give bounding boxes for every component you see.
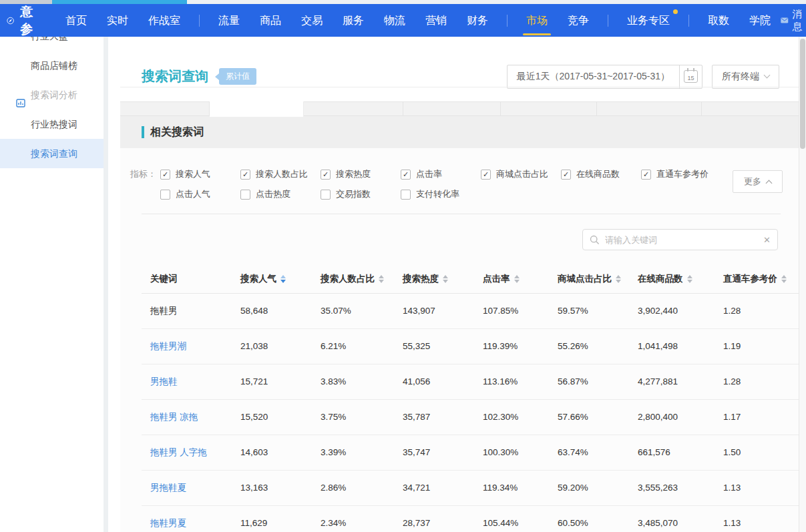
keyword-link[interactable]: 男拖鞋夏 bbox=[150, 483, 186, 493]
keyword-link[interactable]: 拖鞋男夏 bbox=[150, 518, 186, 528]
checkbox-box[interactable] bbox=[401, 170, 411, 180]
table-row: 拖鞋男潮21,0386.21%55,325119.39%55.26%1,041,… bbox=[142, 328, 799, 364]
checkbox-box[interactable] bbox=[240, 190, 250, 200]
terminal-select[interactable]: 所有终端 bbox=[712, 65, 779, 89]
keyword-link[interactable]: 拖鞋男 凉拖 bbox=[150, 412, 198, 422]
value-cell: 1,041,498 bbox=[638, 328, 723, 364]
column-点击率[interactable]: 点击率 bbox=[483, 265, 558, 293]
nav-item-服务[interactable]: 服务 bbox=[333, 4, 374, 37]
more-button[interactable]: 更多 bbox=[733, 170, 783, 193]
messages-entry[interactable]: 消息 bbox=[781, 8, 806, 33]
sort-icon[interactable] bbox=[781, 275, 787, 283]
value-cell: 119.34% bbox=[483, 470, 558, 505]
column-商城点击占比[interactable]: 商城点击占比 bbox=[558, 265, 638, 293]
sort-icon[interactable] bbox=[514, 275, 520, 283]
sort-icon[interactable] bbox=[280, 275, 286, 283]
table-row: 拖鞋男 凉拖15,5203.75%35,787102.30%57.66%2,80… bbox=[142, 399, 799, 435]
checkbox-支付转化率[interactable]: 支付转化率 bbox=[401, 188, 481, 200]
compass-logo-icon bbox=[7, 12, 14, 29]
nav-item-学院[interactable]: 学院 bbox=[739, 4, 781, 37]
nav-item-物流[interactable]: 物流 bbox=[374, 4, 415, 37]
value-cell: 11,629 bbox=[240, 505, 321, 532]
sidebar-item-搜索词查询[interactable]: 搜索词查询 bbox=[0, 139, 104, 168]
sort-icon[interactable] bbox=[687, 275, 692, 283]
value-cell: 58,648 bbox=[240, 293, 321, 328]
checkbox-box[interactable] bbox=[481, 170, 491, 180]
brand[interactable]: 生意参谋 bbox=[7, 0, 43, 55]
tab-1[interactable] bbox=[120, 102, 210, 115]
value-cell: 3.75% bbox=[321, 399, 403, 435]
nav-item-实时[interactable]: 实时 bbox=[97, 4, 138, 37]
checkbox-box[interactable] bbox=[240, 170, 250, 180]
column-直通车参考价[interactable]: 直通车参考价 bbox=[723, 265, 799, 293]
checkbox-box[interactable] bbox=[160, 170, 170, 180]
checkbox-label: 商城点击占比 bbox=[496, 168, 548, 180]
checkbox-商城点击占比[interactable]: 商城点击占比 bbox=[481, 168, 561, 180]
tab-3[interactable] bbox=[304, 102, 403, 115]
sidebar-scrollbar[interactable] bbox=[104, 37, 108, 532]
keyword-link[interactable]: 拖鞋男潮 bbox=[150, 341, 186, 351]
value-cell: 3,902,440 bbox=[638, 293, 723, 328]
calendar-button[interactable]: 15 bbox=[679, 65, 702, 88]
nav-item-业务专区[interactable]: 业务专区 bbox=[617, 4, 680, 37]
nav-item-交易[interactable]: 交易 bbox=[291, 4, 333, 37]
vertical-scrollbar[interactable] bbox=[799, 37, 806, 532]
brand-name: 生意参谋 bbox=[20, 0, 43, 55]
scrollbar-thumb[interactable] bbox=[800, 39, 805, 149]
keyword-cell: 拖鞋男 bbox=[142, 293, 240, 328]
search-icon bbox=[590, 235, 600, 245]
nav-item-流量[interactable]: 流量 bbox=[208, 4, 250, 37]
tab-5[interactable] bbox=[501, 102, 597, 115]
nav-item-商品[interactable]: 商品 bbox=[250, 4, 291, 37]
keyword-search-input[interactable] bbox=[605, 235, 758, 245]
checkbox-搜索人气[interactable]: 搜索人气 bbox=[160, 168, 240, 180]
date-range-picker[interactable]: 最近1天（2017-05-31~2017-05-31） 15 bbox=[507, 65, 702, 89]
tab-4[interactable] bbox=[403, 102, 501, 115]
nav-item-首页[interactable]: 首页 bbox=[55, 4, 97, 37]
column-在线商品数[interactable]: 在线商品数 bbox=[638, 265, 723, 293]
sort-desc-icon bbox=[687, 280, 692, 283]
checkbox-搜索人数占比[interactable]: 搜索人数占比 bbox=[240, 168, 321, 180]
tab-6[interactable] bbox=[597, 102, 702, 115]
sidebar-item-商品店铺榜[interactable]: 商品店铺榜 bbox=[0, 51, 104, 80]
checkbox-box[interactable] bbox=[561, 170, 571, 180]
checkbox-box[interactable] bbox=[401, 190, 411, 200]
tab-7[interactable] bbox=[702, 102, 806, 115]
nav-item-营销[interactable]: 营销 bbox=[415, 4, 457, 37]
column-搜索人气[interactable]: 搜索人气 bbox=[240, 265, 321, 293]
checkbox-点击率[interactable]: 点击率 bbox=[401, 168, 481, 180]
sort-icon[interactable] bbox=[616, 275, 621, 283]
checkbox-搜索热度[interactable]: 搜索热度 bbox=[321, 168, 401, 180]
column-搜索人数占比[interactable]: 搜索人数占比 bbox=[321, 265, 403, 293]
checkbox-点击人气[interactable]: 点击人气 bbox=[160, 188, 240, 200]
keyword-link[interactable]: 男拖鞋 bbox=[150, 376, 178, 386]
sort-asc-icon bbox=[781, 275, 787, 278]
envelope-icon bbox=[781, 16, 789, 25]
keyword-link[interactable]: 拖鞋男 人字拖 bbox=[150, 447, 207, 457]
sort-icon[interactable] bbox=[379, 275, 384, 283]
nav-item-作战室[interactable]: 作战室 bbox=[138, 4, 190, 37]
column-搜索热度[interactable]: 搜索热度 bbox=[403, 265, 483, 293]
checkbox-box[interactable] bbox=[641, 170, 651, 180]
search-analysis-icon bbox=[16, 90, 25, 119]
tab-2[interactable] bbox=[210, 101, 304, 117]
checkbox-box[interactable] bbox=[160, 190, 170, 200]
checkbox-在线商品数[interactable]: 在线商品数 bbox=[561, 168, 641, 180]
value-cell: 1.28 bbox=[723, 364, 799, 399]
nav-item-竞争[interactable]: 竞争 bbox=[558, 4, 599, 37]
sort-desc-icon bbox=[379, 280, 384, 283]
checkbox-直通车参考价[interactable]: 直通车参考价 bbox=[641, 168, 721, 180]
table-row: 拖鞋男58,64835.07%143,907107.85%59.57%3,902… bbox=[142, 293, 799, 328]
column-label: 在线商品数 bbox=[638, 274, 683, 284]
value-cell: 60.50% bbox=[558, 505, 638, 532]
checkbox-box[interactable] bbox=[321, 170, 331, 180]
checkbox-box[interactable] bbox=[321, 190, 331, 200]
sort-icon[interactable] bbox=[443, 275, 448, 283]
clear-search-icon[interactable]: ✕ bbox=[763, 236, 771, 244]
nav-item-取数[interactable]: 取数 bbox=[698, 4, 739, 37]
related-keywords-panel: 指标：搜索人气搜索人数占比搜索热度点击率商城点击占比在线商品数直通车参考价点击人… bbox=[120, 148, 806, 532]
nav-item-财务[interactable]: 财务 bbox=[457, 4, 498, 37]
checkbox-点击热度[interactable]: 点击热度 bbox=[240, 188, 321, 200]
nav-item-市场[interactable]: 市场 bbox=[516, 4, 558, 37]
checkbox-交易指数[interactable]: 交易指数 bbox=[321, 188, 401, 200]
